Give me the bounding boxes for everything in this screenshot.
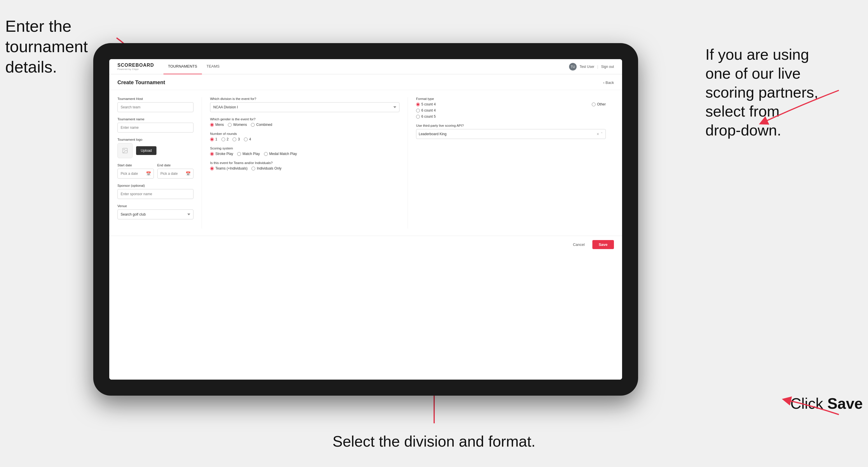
teams-radio-group: Teams (+Individuals) Individuals Only	[210, 166, 400, 170]
nav-teams[interactable]: TEAMS	[202, 59, 224, 74]
scoring-medal-radio[interactable]	[264, 152, 268, 156]
format-6count4-label: 6 count 4	[421, 108, 436, 113]
rounds-1-label: 1	[215, 137, 217, 141]
teams-with-individuals[interactable]: Teams (+Individuals)	[210, 166, 247, 170]
svg-point-2	[124, 149, 124, 150]
tournament-host-label: Tournament Host	[117, 97, 193, 100]
individuals-only[interactable]: Individuals Only	[251, 166, 281, 170]
format-type-group: Format type 5 count 4 6 count 4	[416, 97, 606, 119]
format-type-right: Other	[592, 102, 606, 106]
api-select-value: Leaderboard King	[419, 132, 446, 136]
user-name: Test User	[580, 65, 594, 69]
rounds-1[interactable]: 1	[210, 137, 217, 141]
scoring-medal-label: Medal Match Play	[269, 152, 297, 156]
rounds-4-radio[interactable]	[244, 137, 248, 141]
sponsor-input[interactable]	[117, 189, 193, 199]
gender-mens-radio[interactable]	[210, 123, 214, 127]
rounds-4[interactable]: 4	[244, 137, 251, 141]
annotation-bottom-right-bold: Save	[828, 395, 863, 412]
venue-select[interactable]: Search golf club	[117, 210, 193, 219]
individuals-only-label: Individuals Only	[257, 166, 281, 170]
gender-womens-radio[interactable]	[228, 123, 231, 127]
annotation-bottom-right: Click Save	[790, 394, 863, 413]
format-5count4[interactable]: 5 count 4	[416, 102, 436, 106]
format-other[interactable]: Other	[592, 102, 606, 106]
scoring-medal[interactable]: Medal Match Play	[264, 152, 297, 156]
rounds-3-label: 3	[238, 137, 240, 141]
venue-group: Venue Search golf club	[117, 204, 193, 219]
annotation-bottom-center-text: Select the division and format.	[333, 433, 535, 450]
format-type-left: 5 count 4 6 count 4 6 count 5	[416, 102, 436, 119]
scoring-label: Scoring system	[210, 147, 400, 150]
navbar-right: TU Test User | Sign out	[569, 63, 614, 70]
logo-area: Upload	[117, 143, 193, 158]
gender-womens[interactable]: Womens	[228, 123, 247, 127]
teams-label: Is this event for Teams and/or Individua…	[210, 161, 400, 165]
cancel-button[interactable]: Cancel	[568, 240, 589, 249]
format-5count4-radio[interactable]	[416, 102, 420, 106]
gender-label: Which gender is the event for?	[210, 117, 400, 121]
nav-tournaments[interactable]: TOURNAMENTS	[163, 59, 202, 74]
page-title: Create Tournament	[117, 80, 165, 86]
teams-with-ind-radio[interactable]	[210, 167, 214, 170]
api-label: Use third-party live scoring API?	[416, 124, 606, 127]
start-date-group: Start date 📅	[117, 163, 154, 179]
back-button[interactable]: ‹ Back	[603, 81, 614, 85]
format-6count4[interactable]: 6 count 4	[416, 108, 436, 113]
brand-title: SCOREBOARD	[117, 63, 154, 68]
rounds-group: Number of rounds 1 2	[210, 132, 400, 141]
division-select[interactable]: NCAA Division I	[210, 102, 400, 112]
scoring-match-radio[interactable]	[237, 152, 241, 156]
sign-out-link[interactable]: Sign out	[601, 65, 614, 69]
page-header: Create Tournament ‹ Back	[109, 74, 622, 90]
tournament-host-input[interactable]	[117, 102, 193, 112]
format-6count4-radio[interactable]	[416, 109, 420, 113]
gender-mens-label: Mens	[215, 123, 224, 127]
format-6count5[interactable]: 6 count 5	[416, 115, 436, 119]
rounds-1-radio[interactable]	[210, 137, 214, 141]
scoring-match[interactable]: Match Play	[237, 152, 259, 156]
gender-mens[interactable]: Mens	[210, 123, 224, 127]
gender-combined[interactable]: Combined	[251, 123, 272, 127]
brand-subtitle: Powered by Clippi	[117, 68, 154, 70]
tournament-name-group: Tournament name	[117, 117, 193, 132]
scoring-stroke[interactable]: Stroke Play	[210, 152, 233, 156]
start-date-input[interactable]	[117, 169, 154, 179]
gender-combined-radio[interactable]	[251, 123, 255, 127]
annotation-bottom-center: Select the division and format.	[333, 432, 535, 451]
tablet-device: SCOREBOARD Powered by Clippi TOURNAMENTS…	[93, 43, 638, 396]
api-select-field[interactable]: Leaderboard King × ⌃	[416, 129, 606, 139]
scoring-group: Scoring system Stroke Play Match Play	[210, 147, 400, 156]
nav-links: TOURNAMENTS TEAMS	[163, 59, 569, 74]
rounds-2[interactable]: 2	[221, 137, 229, 141]
individuals-only-radio[interactable]	[251, 167, 255, 170]
form-col-3: Format type 5 count 4 6 count 4	[408, 97, 614, 229]
upload-button[interactable]: Upload	[136, 146, 156, 155]
scoring-match-label: Match Play	[242, 152, 259, 156]
end-date-input[interactable]	[157, 169, 194, 179]
save-button[interactable]: Save	[592, 240, 614, 249]
form-footer: Cancel Save	[109, 236, 622, 253]
tournament-logo-label: Tournament logo	[117, 138, 193, 141]
tournament-host-group: Tournament Host	[117, 97, 193, 112]
annotation-top-right-text: If you are using one of our live scoring…	[705, 46, 818, 139]
start-date-label: Start date	[117, 163, 154, 167]
format-6count5-radio[interactable]	[416, 115, 420, 119]
division-label: Which division is the event for?	[210, 97, 400, 100]
tournament-name-input[interactable]	[117, 123, 193, 132]
form-col-2: Which division is the event for? NCAA Di…	[202, 97, 408, 229]
page-content: Create Tournament ‹ Back Tournament Host…	[109, 74, 622, 380]
teams-group: Is this event for Teams and/or Individua…	[210, 161, 400, 170]
venue-label: Venue	[117, 204, 193, 208]
rounds-2-radio[interactable]	[221, 137, 225, 141]
form-col-1: Tournament Host Tournament name Tourname…	[117, 97, 202, 229]
rounds-3[interactable]: 3	[232, 137, 240, 141]
end-date-wrap: 📅	[157, 169, 194, 179]
tournament-name-label: Tournament name	[117, 117, 193, 121]
annotation-bottom-right-prefix: Click	[790, 395, 827, 412]
format-other-radio[interactable]	[592, 102, 595, 106]
rounds-3-radio[interactable]	[232, 137, 236, 141]
logo-placeholder	[117, 143, 132, 158]
scoring-stroke-radio[interactable]	[210, 152, 214, 156]
api-clear-button[interactable]: ×	[597, 132, 599, 136]
